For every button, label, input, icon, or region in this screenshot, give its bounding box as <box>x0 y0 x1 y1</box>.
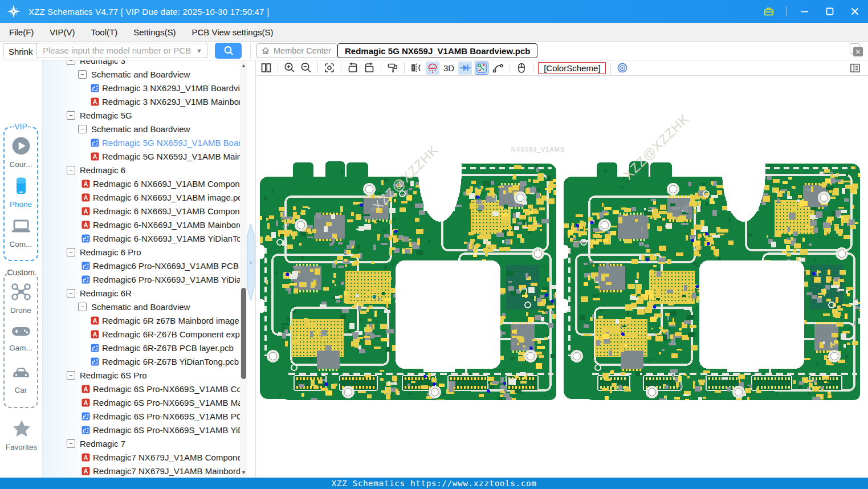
measure-button[interactable] <box>475 62 488 75</box>
tree-item[interactable]: Redmagic 6R z67B Mainbord image. <box>43 313 240 327</box>
paint-roller-button[interactable] <box>386 62 400 75</box>
tree-item[interactable]: Redmagic 6-NX669J_V1AMB Mainbord <box>43 218 240 231</box>
rail-item-cour[interactable]: Cour... <box>5 136 37 169</box>
tree-item-label: Redmagic 6 NX669J_V1ABM image.pdf <box>93 193 240 202</box>
tree-item[interactable]: Redmagic 6 NX669J_V1ABM Componen <box>43 177 240 190</box>
svg-text:‹: ‹ <box>250 259 252 266</box>
tree-item[interactable]: Redmagic 5G NX659J_V1AMB Boardvie <box>43 136 240 149</box>
shrink-button[interactable]: Shrink <box>3 43 38 59</box>
scroll-down-arrow[interactable]: ▼ <box>240 468 247 476</box>
close-button[interactable] <box>847 4 862 19</box>
panel-toggle-button[interactable] <box>848 62 862 75</box>
mouse-button[interactable] <box>515 62 528 75</box>
collapse-minus-icon[interactable]: − <box>67 60 75 65</box>
tree-item[interactable]: Redmagic 3 NX629J_V1MB Mainbord im <box>43 95 240 108</box>
toolbar-separator <box>341 63 341 74</box>
topbar-divider <box>250 43 251 59</box>
diode-button[interactable] <box>458 62 472 75</box>
collapse-minus-icon[interactable]: − <box>67 439 75 448</box>
tree-group[interactable]: −Schematic and Boardview <box>43 300 240 313</box>
collapse-minus-icon[interactable]: − <box>78 70 87 79</box>
lamp-button[interactable] <box>426 62 439 75</box>
car-icon <box>10 364 32 384</box>
eye-button[interactable] <box>616 62 629 75</box>
tree-group[interactable]: −Schematic and Boardview <box>43 122 240 136</box>
tree-item[interactable]: Redmagic 6S Pro-NX669S_V1AMB YiDia <box>43 423 240 437</box>
vip-briefcase-icon[interactable] <box>761 4 776 19</box>
menu-tool-t[interactable]: Tool(T) <box>91 27 118 37</box>
search-button[interactable] <box>215 43 242 59</box>
tab-member-center[interactable]: Member Center <box>256 43 337 58</box>
split-view-button[interactable] <box>259 62 273 75</box>
collapse-tree-handle[interactable]: ‹ <box>247 224 255 304</box>
tree-group[interactable]: −Redmagic 3 <box>43 60 240 67</box>
search-input[interactable] <box>37 46 196 55</box>
collapse-minus-icon[interactable]: − <box>67 111 75 120</box>
tree-item[interactable]: Redmagic 3 NX629J_V1MB Boardview.pcb <box>43 81 240 95</box>
tree-item[interactable]: Redmagic 6S Pro-NX669S_V1AMB Main <box>43 396 240 409</box>
menu-vip-v[interactable]: VIP(V) <box>50 27 75 37</box>
tree-item[interactable]: Redmagic6 Pro-NX669J_V1AMB PCB lay <box>43 259 240 272</box>
curve-button[interactable] <box>491 62 505 75</box>
tree-item[interactable]: Redmagic 5G NX659J_V1AMB Mainbor <box>43 149 240 163</box>
chevron-down-icon[interactable]: ▼ <box>196 47 207 54</box>
rail-item-com[interactable]: Com... <box>5 217 37 248</box>
menu-settings-s[interactable]: Settings(S) <box>133 27 176 37</box>
collapse-minus-icon[interactable]: − <box>67 248 75 256</box>
tree-item[interactable]: Redmagic7 NX679J_V1AMB Mainbord i <box>43 464 240 478</box>
rail-item-favorites[interactable]: Favorites <box>0 418 43 451</box>
rail-item-car[interactable]: Car <box>5 364 37 394</box>
tree-group[interactable]: −Redmagic 6R <box>43 286 240 300</box>
pdf-file-icon <box>81 193 90 202</box>
tree-item[interactable]: Redmagic 6R-Z67B PCB layer.pcb <box>43 341 240 354</box>
tree-item[interactable]: Redmagic7 NX679J_V1AMB Componen <box>43 450 240 464</box>
minimize-button[interactable] <box>797 4 812 19</box>
colorscheme-button[interactable]: [ColorScheme] <box>538 62 606 74</box>
tree-item[interactable]: Redmagic 6S Pro-NX669S_V1AMB Com <box>43 382 240 396</box>
fit-view-button[interactable] <box>323 62 336 75</box>
tree-group[interactable]: −Redmagic 6 Pro <box>43 245 240 259</box>
menu-pcb-view-settings-s[interactable]: PCB View settings(S) <box>191 27 273 37</box>
rail-item-label: Com... <box>10 240 32 248</box>
rail-item-gam[interactable]: Gam... <box>5 323 37 352</box>
rail-item-phone[interactable]: Phone <box>5 176 37 209</box>
pcb-canvas[interactable]: XZZ@XZZHKXZZ@XZZHKNX659J_V1AMB <box>256 76 868 478</box>
close-all-tabs-icon[interactable]: ✕ <box>852 46 863 56</box>
tree-item[interactable]: Redmagic 6R-Z67B YiDianTong.pcb <box>43 354 240 368</box>
rotate-left-button[interactable] <box>346 62 360 75</box>
tree-group[interactable]: −Redmagic 6 <box>43 163 240 177</box>
maximize-button[interactable] <box>822 4 837 19</box>
tree-group[interactable]: −Redmagic 5G <box>43 108 240 122</box>
tree-item-label: Redmagic 6S Pro-NX669S_V1AMB Com <box>93 384 240 394</box>
tree-item[interactable]: Redmagic 6S Pro-NX669S_V1AMB PCB <box>43 409 240 423</box>
boardview-file-icon <box>81 275 90 284</box>
three-d-button[interactable]: 3D <box>443 63 454 73</box>
tree-scrollbar-thumb[interactable] <box>241 288 246 379</box>
tree-item[interactable]: Redmagic 6 NX669J_V1AMB Componen <box>43 204 240 218</box>
tree-item-label: Redmagic 6S Pro <box>80 370 147 380</box>
tree-group[interactable]: −Redmagic 6S Pro <box>43 368 240 382</box>
zoom-in-button[interactable] <box>283 62 296 75</box>
collapse-minus-icon[interactable]: − <box>78 125 87 133</box>
model-search-combobox[interactable]: ▼ <box>36 43 207 58</box>
collapse-minus-icon[interactable]: − <box>78 303 87 311</box>
tree-item[interactable]: Redmagic 6R-Z67B Component expl <box>43 327 240 341</box>
rotate-right-icon <box>363 62 376 74</box>
zoom-out-button[interactable] <box>299 62 313 75</box>
scroll-up-arrow[interactable]: ▲ <box>240 62 247 70</box>
rail-item-drone[interactable]: Drone <box>5 282 37 315</box>
collapse-minus-icon[interactable]: − <box>67 166 75 174</box>
pdf-file-icon <box>81 207 90 215</box>
tree-item[interactable]: Redmagic 6-NX669J_V1AMB YiDianTon <box>43 231 240 245</box>
tree-group[interactable]: −Redmagic 7 <box>43 437 240 450</box>
tree-item[interactable]: Redmagic 6 NX669J_V1ABM image.pdf <box>43 190 240 204</box>
tree-group[interactable]: −Schematic and Boardview <box>43 67 240 81</box>
collapse-minus-icon[interactable]: − <box>67 289 75 298</box>
collapse-minus-icon[interactable]: − <box>67 371 75 380</box>
mirror-flip-button[interactable] <box>409 62 423 75</box>
tab-active-boardview[interactable]: Redmagic 5G NX659J_V1AMB Boardview.pcb <box>337 43 537 58</box>
rotate-right-button[interactable] <box>362 62 376 75</box>
zoom-out-icon <box>300 62 312 74</box>
menu-file-f[interactable]: File(F) <box>9 27 34 37</box>
tree-item[interactable]: Redmagic6 Pro-NX669J_V1AMB YiDian <box>43 272 240 286</box>
